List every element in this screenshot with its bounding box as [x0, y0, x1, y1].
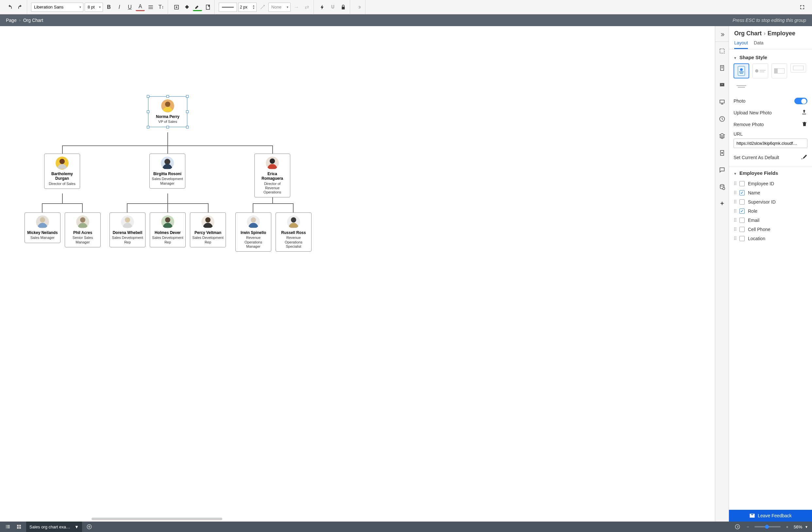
url-input[interactable] [734, 138, 808, 148]
field-row: ⠿ Supervisor ID [734, 197, 808, 207]
paint-icon[interactable] [801, 153, 808, 161]
rail-sparkle-icon[interactable] [716, 196, 728, 212]
text-color-button[interactable]: A [136, 3, 145, 11]
org-card[interactable]: Phil Acres Senior Sales Manager [65, 212, 101, 247]
zoom-out-button[interactable]: − [744, 523, 752, 531]
drag-handle-icon[interactable]: ⠿ [734, 227, 736, 232]
card-role: VP of Sales [150, 120, 185, 124]
upload-icon[interactable] [801, 109, 808, 116]
rail-page-icon[interactable] [716, 60, 728, 76]
drag-handle-icon[interactable]: ⠿ [734, 190, 736, 195]
presentation-mode-icon[interactable] [734, 523, 741, 531]
org-card[interactable]: Erica Romaguera Director of Revenue Oper… [254, 153, 290, 197]
fill-color-button[interactable] [183, 3, 191, 12]
field-checkbox[interactable] [739, 227, 745, 232]
rail-history-icon[interactable] [716, 111, 728, 127]
field-label: Supervisor ID [748, 200, 776, 205]
font-family-select[interactable]: Liberation Sans [31, 3, 83, 12]
rail-doc-icon[interactable] [716, 145, 728, 161]
arrow-start-select[interactable]: None [269, 3, 291, 12]
org-card[interactable]: Mickey Neilands Sales Manager [25, 212, 60, 243]
horizontal-scrollbar[interactable] [91, 518, 222, 520]
stroke-width-spinner[interactable]: ▲▼ [238, 3, 257, 12]
drag-handle-icon[interactable]: ⠿ [734, 236, 736, 241]
panel-crumb-leaf[interactable]: Employee [768, 30, 795, 37]
svg-point-8 [164, 159, 170, 165]
org-card[interactable]: Russell Ross Revenue Operations Speciali… [276, 212, 311, 252]
text-rotate-button[interactable]: T↕ [157, 3, 166, 12]
line-shape-button[interactable] [258, 3, 267, 12]
org-card[interactable]: Percy Veltman Sales Development Rep [190, 212, 226, 247]
rail-chat-icon[interactable] [716, 162, 728, 178]
italic-button[interactable]: I [115, 3, 124, 12]
page-tab[interactable]: Sales org chart exam… ▼ [26, 521, 82, 532]
shape-style-option-4[interactable] [791, 63, 806, 73]
trash-icon[interactable] [801, 121, 808, 128]
redo-button[interactable] [16, 3, 25, 12]
field-checkbox[interactable] [739, 190, 745, 195]
breadcrumb-root[interactable]: Page [6, 18, 17, 23]
field-checkbox[interactable] [739, 200, 745, 205]
drag-handle-icon[interactable]: ⠿ [734, 181, 736, 186]
arrow-end-icon[interactable]: → [292, 3, 301, 12]
section-shape-style[interactable]: Shape Style [734, 55, 808, 60]
actions-button[interactable] [318, 3, 327, 12]
drag-handle-icon[interactable]: ⠿ [734, 218, 736, 223]
collapse-panel-button[interactable] [715, 27, 729, 42]
stroke-width-input[interactable] [238, 5, 251, 10]
org-card-root[interactable]: Norma Perry VP of Sales [148, 97, 187, 127]
shape-style-option-3[interactable] [771, 63, 787, 78]
text-align-button[interactable] [146, 3, 155, 12]
page-name: Sales org chart exam… [29, 524, 72, 529]
zoom-level[interactable]: 56% [794, 524, 802, 529]
breadcrumb-current[interactable]: Org Chart [23, 18, 43, 23]
grid-view-icon[interactable] [15, 523, 23, 531]
chevron-down-icon[interactable]: ▼ [805, 525, 808, 529]
font-size-select[interactable]: 8 pt [85, 3, 103, 12]
settings-button[interactable] [354, 3, 363, 12]
drag-handle-icon[interactable]: ⠿ [734, 200, 736, 205]
stroke-color-button[interactable] [193, 3, 202, 11]
org-card[interactable]: Bartholemy Durgan Director of Sales [44, 153, 80, 189]
field-checkbox[interactable] [739, 181, 745, 186]
tab-layout[interactable]: Layout [734, 40, 748, 49]
photo-toggle[interactable] [794, 98, 808, 104]
org-card[interactable]: Birgitta Rosoni Sales Development Manage… [149, 153, 185, 189]
undo-button[interactable] [5, 3, 14, 12]
add-page-button[interactable] [85, 523, 93, 531]
canvas[interactable]: Norma Perry VP of Sales Bartholemy Durga… [0, 26, 715, 521]
rail-select-icon[interactable] [716, 43, 728, 59]
shape-style-option-1[interactable] [734, 63, 749, 78]
bold-button[interactable]: B [104, 3, 113, 12]
shape-insert-button[interactable] [172, 3, 181, 12]
effects-button[interactable] [203, 3, 213, 12]
org-card[interactable]: Dorena Whebell Sales Development Rep [110, 212, 145, 247]
org-card[interactable]: Irwin Spinello Revenue Operations Manage… [235, 212, 271, 252]
rail-layers-icon[interactable] [716, 128, 728, 144]
fullscreen-button[interactable] [798, 3, 807, 12]
field-checkbox[interactable] [739, 218, 745, 223]
zoom-slider[interactable] [754, 526, 781, 528]
card-role: Sales Manager [27, 236, 58, 240]
magnet-button[interactable] [328, 3, 337, 12]
card-role: Revenue Operations Manager [238, 236, 269, 249]
drag-handle-icon[interactable]: ⠿ [734, 208, 736, 214]
zoom-in-button[interactable]: + [783, 523, 791, 531]
shape-style-option-5[interactable] [734, 82, 749, 91]
rail-data-icon[interactable] [716, 179, 728, 195]
line-style-select[interactable] [219, 3, 237, 12]
shape-style-option-2[interactable] [753, 63, 768, 78]
rail-present-icon[interactable] [716, 94, 728, 110]
tab-data[interactable]: Data [754, 40, 764, 49]
field-checkbox[interactable] [739, 208, 745, 214]
lock-button[interactable] [339, 3, 348, 12]
panel-crumb-root[interactable]: Org Chart [734, 30, 762, 37]
swap-arrows-button[interactable]: ⇄ [302, 3, 311, 12]
list-view-icon[interactable] [4, 523, 12, 531]
underline-button[interactable]: U [125, 3, 134, 12]
org-card[interactable]: Holmes Dever Sales Development Rep [150, 212, 186, 247]
leave-feedback-button[interactable]: Leave Feedback [729, 510, 812, 521]
rail-comment-icon[interactable]: ❝ [716, 77, 728, 93]
field-checkbox[interactable] [739, 236, 745, 241]
section-employee-fields[interactable]: Employee Fields [734, 170, 808, 176]
